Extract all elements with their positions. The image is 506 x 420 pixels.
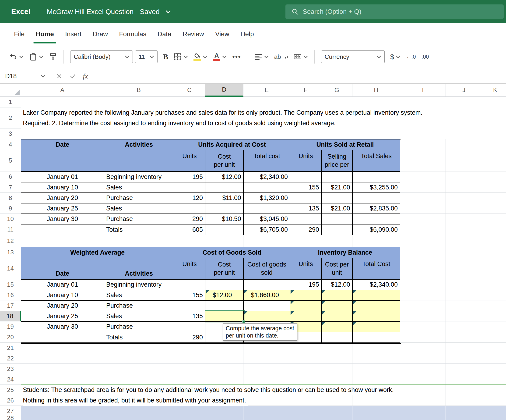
cell[interactable] bbox=[482, 279, 506, 290]
cell[interactable] bbox=[205, 343, 243, 353]
cell[interactable] bbox=[446, 247, 482, 258]
cell[interactable] bbox=[482, 406, 506, 416]
cell-E14[interactable]: Cost of goods sold bbox=[243, 258, 290, 279]
cell-G19[interactable] bbox=[321, 321, 353, 332]
insert-function-icon[interactable]: fx bbox=[83, 72, 88, 80]
select-all-corner[interactable] bbox=[0, 84, 21, 97]
cell[interactable] bbox=[446, 224, 482, 235]
cell-G17[interactable] bbox=[321, 300, 353, 311]
cell[interactable] bbox=[400, 224, 446, 235]
font-color-button[interactable]: A bbox=[213, 53, 227, 61]
column-header-F[interactable]: F bbox=[290, 84, 321, 97]
cell-G11[interactable] bbox=[321, 224, 353, 235]
row-header-25[interactable]: 25 bbox=[0, 385, 21, 395]
cell[interactable] bbox=[482, 182, 506, 193]
cell-G15[interactable]: $12.00 bbox=[321, 279, 353, 290]
tab-draw[interactable]: Draw bbox=[87, 23, 113, 45]
cell-A6[interactable]: January 01 bbox=[21, 171, 104, 182]
cell-F17[interactable] bbox=[290, 300, 321, 311]
cell-C13[interactable]: Cost of Goods Sold bbox=[174, 247, 290, 258]
cell[interactable] bbox=[400, 139, 446, 150]
row-header-2[interactable]: 2 bbox=[0, 108, 21, 129]
cell[interactable] bbox=[482, 139, 506, 150]
cell[interactable] bbox=[482, 385, 506, 395]
row-header-22[interactable]: 22 bbox=[0, 353, 21, 364]
cell-A9[interactable]: January 25 bbox=[21, 203, 104, 214]
cell-E17[interactable] bbox=[243, 300, 290, 311]
row-header-7[interactable]: 7 bbox=[0, 182, 21, 193]
cell-E7[interactable] bbox=[243, 182, 290, 193]
cell[interactable] bbox=[482, 395, 506, 406]
cell-B19[interactable]: Purchase bbox=[104, 321, 174, 332]
cell[interactable] bbox=[290, 406, 321, 416]
cell-A5[interactable] bbox=[21, 150, 104, 171]
cell[interactable] bbox=[21, 343, 104, 353]
cell[interactable] bbox=[400, 416, 446, 420]
cell[interactable] bbox=[400, 385, 446, 395]
cell-G14[interactable]: Cost per unit bbox=[321, 258, 353, 279]
fill-color-button[interactable] bbox=[193, 53, 207, 61]
cell[interactable] bbox=[400, 182, 446, 193]
cell[interactable] bbox=[104, 416, 174, 420]
cell[interactable] bbox=[400, 353, 446, 364]
cell[interactable] bbox=[446, 214, 482, 224]
cell[interactable] bbox=[321, 343, 353, 353]
cell[interactable] bbox=[353, 235, 400, 247]
cell-A10[interactable]: January 30 bbox=[21, 214, 104, 224]
cell-G7[interactable]: $21.00 bbox=[321, 182, 353, 193]
row-header-3[interactable]: 3 bbox=[0, 129, 21, 139]
cell-H18[interactable] bbox=[353, 311, 400, 321]
cell[interactable] bbox=[400, 364, 446, 374]
cell-F10[interactable] bbox=[290, 214, 321, 224]
cell[interactable] bbox=[104, 235, 174, 247]
cell[interactable] bbox=[400, 247, 446, 258]
cell-A11[interactable] bbox=[21, 224, 104, 235]
cell[interactable] bbox=[353, 364, 400, 374]
cell-B10[interactable]: Purchase bbox=[104, 214, 174, 224]
cell[interactable] bbox=[321, 416, 353, 420]
cell-D18[interactable] bbox=[205, 311, 243, 321]
cell[interactable] bbox=[482, 214, 506, 224]
cell[interactable] bbox=[353, 416, 400, 420]
cell[interactable] bbox=[400, 235, 446, 247]
cell[interactable] bbox=[400, 321, 446, 332]
cell-H11[interactable]: $6,090.00 bbox=[353, 224, 400, 235]
cell[interactable] bbox=[446, 416, 482, 420]
cell-B11[interactable]: Totals bbox=[104, 224, 174, 235]
cell-H19[interactable] bbox=[353, 321, 400, 332]
cell-C19[interactable] bbox=[174, 321, 205, 332]
cell[interactable] bbox=[482, 364, 506, 374]
tab-help[interactable]: Help bbox=[235, 23, 260, 45]
cell-F4[interactable]: Units Sold at Retail bbox=[290, 139, 400, 150]
cell-D10[interactable]: $10.50 bbox=[205, 214, 243, 224]
cell[interactable] bbox=[400, 171, 446, 182]
cell-G5[interactable]: Selling price per bbox=[321, 150, 353, 171]
cell[interactable] bbox=[21, 374, 104, 385]
cell-G6[interactable] bbox=[321, 171, 353, 182]
cell[interactable] bbox=[482, 300, 506, 311]
cell-C5[interactable]: Units bbox=[174, 150, 205, 171]
cell-H14[interactable]: Total Cost bbox=[353, 258, 400, 279]
cell[interactable] bbox=[21, 353, 104, 364]
cell[interactable] bbox=[205, 406, 243, 416]
cell-D6[interactable]: $12.00 bbox=[205, 171, 243, 182]
cell-C7[interactable] bbox=[174, 182, 205, 193]
formula-input[interactable] bbox=[91, 69, 506, 83]
cell-A8[interactable]: January 20 bbox=[21, 193, 104, 203]
cell[interactable] bbox=[482, 332, 506, 343]
format-painter-button[interactable] bbox=[49, 53, 57, 61]
row-header-8[interactable]: 8 bbox=[0, 193, 21, 203]
row-header-13[interactable]: 13 bbox=[0, 247, 21, 258]
cell-A4[interactable]: Date bbox=[21, 139, 104, 150]
cell-F14[interactable]: Units bbox=[290, 258, 321, 279]
cell[interactable] bbox=[290, 353, 321, 364]
row-header-6[interactable]: 6 bbox=[0, 171, 21, 182]
cell[interactable] bbox=[400, 374, 446, 385]
cell-G8[interactable] bbox=[321, 193, 353, 203]
cell[interactable] bbox=[243, 235, 290, 247]
row-header-19[interactable]: 19 bbox=[0, 321, 21, 332]
fill-handle[interactable] bbox=[242, 320, 245, 323]
cell[interactable] bbox=[174, 353, 205, 364]
cell-H6[interactable] bbox=[353, 171, 400, 182]
row-header-12[interactable]: 12 bbox=[0, 235, 21, 247]
